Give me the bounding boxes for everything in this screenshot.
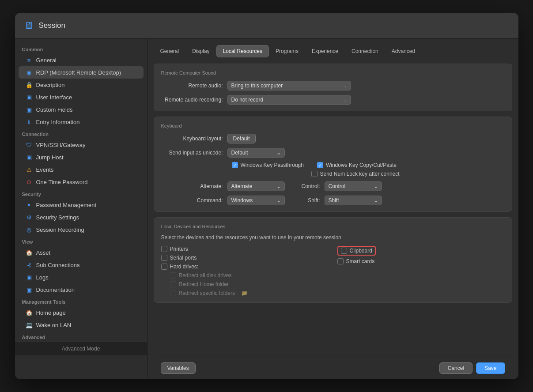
redirect-all-label: Redirect all disk drives [179, 272, 232, 279]
command-select[interactable]: Windows ⌄ [227, 196, 285, 205]
cancel-button[interactable]: Cancel [439, 362, 473, 374]
printers-row: Printers [161, 246, 329, 252]
chevron-down-icon: ⌄ [374, 197, 378, 204]
local-devices-section: Local Devices and Resources Select the d… [154, 217, 512, 303]
alternate-control-row: Alternate: Alternate ⌄ Control: Control … [161, 181, 505, 191]
save-button[interactable]: Save [476, 362, 505, 374]
alternate-label: Alternate: [161, 183, 223, 189]
sidebar-item-custom-fields[interactable]: ▣ Custom Fields [15, 103, 147, 116]
chevron-down-icon: ⌄ [374, 183, 378, 189]
windows-passthrough-label: Windows Key Passthrough [241, 162, 304, 168]
asset-icon: 🏠 [26, 249, 33, 256]
sidebar-item-asset[interactable]: 🏠 Asset [15, 246, 147, 259]
sidebar-item-description[interactable]: 🔒 Description [15, 79, 147, 91]
clipboard-row: Clipboard [337, 246, 505, 256]
printers-checkbox[interactable] [161, 246, 167, 252]
footer-right: Cancel Save [439, 362, 505, 374]
record-icon: ◎ [26, 226, 33, 233]
sidebar-item-otp[interactable]: ⊙ One Time Password [15, 176, 147, 188]
sidebar-item-documentation[interactable]: ▣ Documentation [15, 283, 147, 296]
send-num-lock-checkbox[interactable] [311, 171, 318, 177]
tab-experience[interactable]: Experience [305, 45, 345, 57]
serial-ports-label: Serial ports [170, 255, 197, 261]
shift-select[interactable]: Shift ⌄ [325, 196, 382, 205]
keyboard-title: Keyboard [161, 123, 505, 128]
security-icon: ⚙ [26, 214, 33, 221]
sidebar-label: Entry Information [36, 119, 80, 125]
sidebar-item-rdp[interactable]: ◉ RDP (Microsoft Remote Desktop) [19, 66, 144, 79]
variables-button[interactable]: Variables [161, 362, 196, 374]
tab-advanced[interactable]: Advanced [385, 45, 422, 57]
hard-drives-label: Hard drives: [170, 264, 199, 270]
sidebar-item-security-settings[interactable]: ⚙ Security Settings [15, 211, 147, 223]
sidebar-label: General [36, 57, 57, 64]
sidebar-item-session-recording[interactable]: ◎ Session Recording [15, 223, 147, 236]
home-icon: 🏠 [26, 309, 33, 316]
section-label-advanced: Advanced [15, 331, 147, 342]
sidebar-item-wake-on-lan[interactable]: 💻 Wake on LAN [15, 319, 147, 331]
sidebar-label: Custom Fields [36, 106, 73, 113]
window-title: Session [39, 21, 65, 30]
sidebar-item-events[interactable]: ⚠ Events [15, 163, 147, 176]
control-label: Control: [289, 183, 320, 189]
tab-programs[interactable]: Programs [269, 45, 305, 57]
remote-audio-recording-select[interactable]: Do not record ⌄ [227, 95, 351, 105]
redirect-home-checkbox[interactable] [170, 281, 176, 287]
sidebar-item-home-page[interactable]: 🏠 Home page [15, 306, 147, 319]
alternate-select[interactable]: Alternate ⌄ [227, 181, 285, 191]
sidebar-label: Asset [36, 249, 51, 256]
send-input-select[interactable]: Default ⌄ [227, 148, 285, 158]
redirect-home-row: Redirect Home folder [161, 281, 329, 287]
hard-drives-row: Hard drives: [161, 264, 329, 270]
sidebar-item-sub-connections[interactable]: ⊰ Sub Connections [15, 259, 147, 271]
section-label-security: Security [15, 188, 147, 199]
ui-icon: ▣ [26, 94, 33, 101]
lan-icon: 💻 [26, 321, 33, 328]
sidebar-item-user-interface[interactable]: ▣ User Interface [15, 91, 147, 103]
sidebar-item-password-mgmt[interactable]: ✦ Password Management [15, 199, 147, 211]
sidebar-label: User Interface [36, 94, 72, 101]
remote-audio-recording-value: Do not record [231, 97, 264, 103]
remote-audio-select[interactable]: Bring to this computer ⌄ [227, 81, 351, 90]
rdp-icon: ◉ [26, 69, 33, 76]
chevron-down-icon: ⌄ [276, 150, 281, 156]
shift-value: Shift [329, 197, 339, 204]
window-icon: 🖥 [24, 20, 34, 31]
sidebar-item-general[interactable]: ≡ General [15, 54, 147, 66]
tab-general[interactable]: General [154, 45, 186, 57]
windows-key-copy-checkbox[interactable]: ✓ [317, 162, 323, 168]
keyboard-checkboxes: ✓ Windows Key Passthrough ✓ Windows Key … [161, 162, 505, 177]
password-icon: ✦ [26, 201, 33, 208]
tab-connection[interactable]: Connection [345, 45, 385, 57]
chevron-down-icon: ⌄ [276, 197, 281, 204]
sidebar-section-management: Management Tools 🏠 Home page 💻 Wake on L… [15, 296, 147, 331]
main-content: Common ≡ General ◉ RDP (Microsoft Remote… [15, 39, 518, 379]
sidebar-section-view: View 🏠 Asset ⊰ Sub Connections ▣ Logs ▣ … [15, 236, 147, 296]
windows-passthrough-checkbox[interactable]: ✓ [232, 162, 238, 168]
main-window: 🖥 Session Common ≡ General ◉ RDP (Micros… [15, 13, 518, 379]
sidebar-item-vpn[interactable]: 🛡 VPN/SSH/Gateway [15, 139, 147, 151]
sidebar-label: Jump Host [36, 154, 64, 161]
windows-passthrough-row: ✓ Windows Key Passthrough [232, 162, 304, 168]
sidebar-label: Password Management [36, 202, 97, 208]
remote-audio-label: Remote audio: [161, 83, 223, 89]
sidebar-label: Security Settings [36, 214, 79, 221]
sidebar-item-logs[interactable]: ▣ Logs [15, 271, 147, 283]
tab-display[interactable]: Display [185, 45, 216, 57]
smart-cards-checkbox[interactable] [337, 258, 344, 264]
advanced-mode-bar[interactable]: Advanced Mode [15, 342, 147, 355]
hard-drives-checkbox[interactable] [161, 264, 167, 270]
redirect-specific-checkbox[interactable] [170, 290, 176, 296]
chevron-down-icon: ⌄ [276, 183, 281, 189]
sidebar-item-entry-info[interactable]: ℹ Entry Information [15, 116, 147, 128]
control-select[interactable]: Control ⌄ [325, 181, 382, 191]
redirect-all-checkbox[interactable] [170, 272, 176, 279]
alternate-value: Alternate [231, 183, 253, 189]
command-label: Command: [161, 197, 223, 204]
sidebar-item-jump-host[interactable]: ▣ Jump Host [15, 151, 147, 163]
tab-local-resources[interactable]: Local Resources [216, 45, 269, 57]
clipboard-checkbox[interactable] [341, 248, 347, 254]
keyboard-layout-button[interactable]: Default [227, 134, 256, 143]
serial-ports-checkbox[interactable] [161, 255, 167, 261]
local-devices-description: Select the devices and the resources you… [161, 234, 505, 241]
